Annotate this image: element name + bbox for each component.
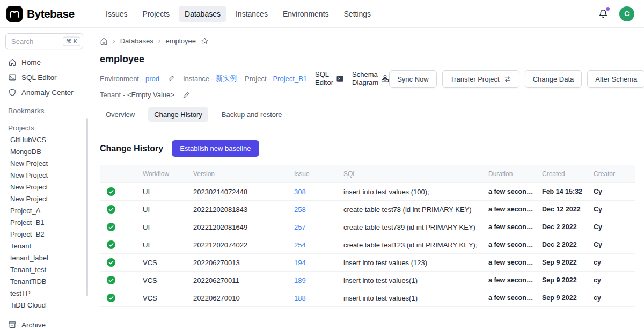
table-row[interactable]: UI 20221202074022 254 create table test1… <box>100 236 635 254</box>
sidebar-project-item[interactable]: Tenant_test <box>0 264 89 276</box>
cell-created: Dec 12 2022 <box>538 201 589 218</box>
sidebar-project-item[interactable]: tenant_label <box>0 252 89 264</box>
issue-link[interactable]: 254 <box>294 241 306 249</box>
sql-editor-shortcut[interactable]: SQL Editor <box>315 70 344 86</box>
sidebar-item-archive[interactable]: Archive <box>0 316 89 329</box>
issue-link[interactable]: 308 <box>294 188 306 196</box>
edit-environment-pencil-icon[interactable] <box>167 75 175 82</box>
col-status <box>100 165 138 183</box>
schema-diagram-shortcut[interactable]: Schema Diagram <box>352 70 389 86</box>
sidebar-project-item[interactable]: TenantTiDB <box>0 276 89 288</box>
issue-link[interactable]: 258 <box>294 206 306 214</box>
chevron-right-icon <box>113 36 115 45</box>
table-row[interactable]: UI 20221202081649 257 create table test7… <box>100 218 635 236</box>
success-check-icon <box>106 293 116 303</box>
establish-baseline-button[interactable]: Establish new baseline <box>172 140 259 157</box>
tenant-label: Tenant - <box>100 91 125 99</box>
sidebar-item-label: Anomaly Center <box>21 89 74 97</box>
table-row[interactable]: UI 20221202081843 258 create table test7… <box>100 201 635 218</box>
sidebar-item-sql-editor[interactable]: SQL Editor <box>0 70 89 85</box>
table-row[interactable]: UI 20230214072448 308 insert into test v… <box>100 183 635 201</box>
alter-schema-button[interactable]: Alter Schema <box>587 70 644 88</box>
tab-overview[interactable]: Overview <box>100 107 141 122</box>
table-header-row: Workflow Version Issue SQL Duration Crea… <box>100 165 635 183</box>
environment-link[interactable]: prod <box>145 75 159 83</box>
cell-created: Dec 2 2022 <box>538 236 589 254</box>
edit-tenant-pencil-icon[interactable] <box>182 91 190 99</box>
cell-sql: insert into test values (100); <box>339 183 484 201</box>
sidebar-project-item[interactable]: New Project <box>0 193 89 205</box>
schema-diagram-icon <box>381 75 389 83</box>
instance-link[interactable]: 新实例 <box>216 74 237 83</box>
table-row[interactable]: VCS 202206270011 189 insert into test va… <box>100 272 635 289</box>
sidebar-scrollbar[interactable] <box>86 118 88 296</box>
cell-creator: Cy <box>589 218 635 236</box>
nav-item-databases[interactable]: Databases <box>179 6 226 22</box>
bytebase-brand[interactable]: Bytebase <box>6 6 86 22</box>
cell-creator: cy <box>589 272 635 289</box>
sidebar-project-item[interactable]: Project_A <box>0 205 89 217</box>
breadcrumb-item-employee[interactable]: employee <box>166 37 196 45</box>
cell-created: Sep 9 2022 <box>538 272 589 289</box>
success-check-icon <box>106 275 116 285</box>
issue-link[interactable]: 194 <box>294 259 306 267</box>
sidebar-project-item[interactable]: Project_B2 <box>0 229 89 240</box>
avatar[interactable]: C <box>619 6 634 21</box>
instance-meta: Instance - 新实例 <box>183 74 237 83</box>
database-meta: Environment - prod Instance - 新实例 Projec… <box>100 70 389 99</box>
project-meta: Project - Project_B1 <box>245 75 307 83</box>
breadcrumb-item-databases[interactable]: Databases <box>120 37 153 45</box>
sidebar-project-item[interactable]: testTP <box>0 288 89 299</box>
cell-creator: Cy <box>589 183 635 201</box>
bookmarks-section-label[interactable]: Bookmarks <box>0 100 89 117</box>
sidebar-project-item[interactable]: Tenant <box>0 240 89 252</box>
nav-item-environments[interactable]: Environments <box>277 6 335 22</box>
sidebar-item-anomaly-center[interactable]: Anomaly Center <box>0 85 89 100</box>
sync-now-label: Sync Now <box>397 75 429 83</box>
change-data-label: Change Data <box>533 75 574 83</box>
search-box: ⌘ K <box>5 33 83 49</box>
cell-workflow: VCS <box>138 272 189 289</box>
nav-item-issues[interactable]: Issues <box>100 6 133 22</box>
environment-meta: Environment - prod <box>100 75 159 83</box>
cell-version: 20221202081649 <box>189 218 290 236</box>
cell-sql: insert into test values (123) <box>339 254 484 272</box>
project-link[interactable]: Project_B1 <box>273 75 307 83</box>
change-data-button[interactable]: Change Data <box>525 70 582 88</box>
sidebar-project-item[interactable]: GitHubVCS <box>0 134 89 146</box>
meta-actions-row: Environment - prod Instance - 新实例 Projec… <box>100 70 635 99</box>
cell-workflow: UI <box>138 183 189 201</box>
sidebar-project-item[interactable]: TiDB Cloud <box>0 299 89 311</box>
cell-version: 20221202074022 <box>189 236 290 254</box>
transfer-project-label: Transfer Project <box>450 75 500 83</box>
projects-section-label[interactable]: Projects <box>0 117 89 134</box>
sidebar-item-home[interactable]: Home <box>0 55 89 70</box>
change-history-header: Change History Establish new baseline <box>100 140 635 157</box>
sidebar-project-item[interactable]: New Project <box>0 158 89 170</box>
nav-item-settings[interactable]: Settings <box>338 6 377 22</box>
sidebar-project-item[interactable]: New Project <box>0 170 89 181</box>
issue-link[interactable]: 188 <box>294 294 306 302</box>
table-row[interactable]: VCS 202206270013 194 insert into test va… <box>100 254 635 272</box>
tab-backup-and-restore[interactable]: Backup and restore <box>216 107 288 122</box>
change-history-title: Change History <box>100 144 163 153</box>
favorite-star-icon[interactable] <box>201 37 209 45</box>
notification-bell-icon[interactable] <box>598 9 609 19</box>
nav-item-instances[interactable]: Instances <box>230 6 274 22</box>
sidebar-item-label: Archive <box>21 321 46 329</box>
sql-editor-icon <box>8 73 17 82</box>
table-row[interactable]: VCS 202206270010 188 insert into test va… <box>100 289 635 307</box>
tab-change-history[interactable]: Change History <box>148 107 208 122</box>
nav-item-projects[interactable]: Projects <box>136 6 175 22</box>
col-workflow: Workflow <box>138 165 189 183</box>
issue-link[interactable]: 257 <box>294 223 306 231</box>
issue-link[interactable]: 189 <box>294 276 306 284</box>
transfer-project-button[interactable]: Transfer Project <box>442 70 519 88</box>
archive-icon <box>8 320 17 329</box>
sidebar-project-item[interactable]: MongoDB <box>0 146 89 158</box>
breadcrumb-home-icon[interactable] <box>100 37 108 45</box>
sidebar-project-item[interactable]: Project_B1 <box>0 217 89 229</box>
sidebar-item-label: SQL Editor <box>21 74 57 82</box>
sidebar-project-item[interactable]: New Project <box>0 181 89 193</box>
sync-now-button[interactable]: Sync Now <box>389 70 437 88</box>
